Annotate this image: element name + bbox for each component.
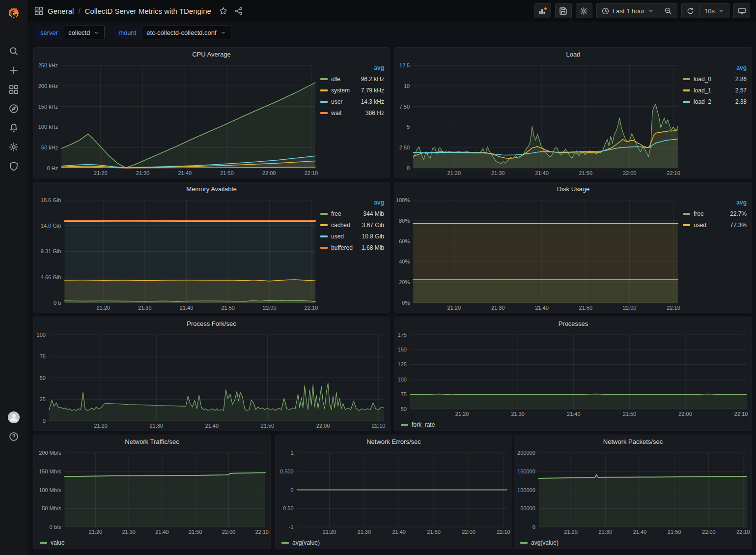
panel-title[interactable]: Processes — [559, 320, 588, 327]
sidebar-item-alerting[interactable] — [0, 118, 28, 137]
svg-text:21:50: 21:50 — [189, 529, 202, 535]
legend-series-label[interactable]: idle — [331, 76, 340, 83]
chart-canvas-network-traffic[interactable]: 21:2021:3021:4021:5022:0022:100 b/s50 Mb… — [34, 448, 270, 537]
sidebar-item-explore[interactable] — [0, 99, 28, 118]
panel-title[interactable]: Process Fork/sec — [187, 320, 236, 327]
chart-canvas-disk-usage[interactable]: 21:2021:3021:4021:5022:0022:100%20%40%60… — [395, 195, 683, 313]
legend-series-label[interactable]: load_2 — [694, 98, 711, 105]
legend-series-label[interactable]: load_0 — [694, 76, 711, 83]
variable-mount-value[interactable]: etc-collectd-collectd.conf — [141, 26, 231, 39]
panel-process-fork: Process Fork/sec21:2021:3021:4021:5022:0… — [33, 317, 390, 431]
chart-canvas-processes[interactable]: 21:2021:3021:4021:5022:0022:105075100125… — [395, 330, 752, 419]
sidebar-item-dashboards[interactable] — [0, 80, 28, 99]
legend-series-label[interactable]: wait — [331, 110, 341, 117]
panel-header: CPU Average — [34, 48, 389, 60]
legend-item: load_12.57 — [683, 85, 747, 96]
legend: avgload_02.86load_12.57load_22.38 — [683, 60, 752, 178]
legend-series-label[interactable]: avg(value) — [531, 539, 559, 546]
panel-header: Network Packets/sec — [514, 435, 752, 448]
zoom-out-button[interactable] — [659, 4, 677, 18]
legend-series-avg-value: 2.38 — [735, 98, 747, 105]
panel-title[interactable]: Network Traffic/sec — [125, 438, 179, 445]
svg-text:22:10: 22:10 — [667, 305, 680, 311]
time-range-button[interactable]: Last 1 hour — [597, 4, 659, 18]
chart-plot-area[interactable]: 21:2021:3021:4021:5022:0022:100%20%40%60… — [395, 195, 683, 313]
sidebar-item-configuration[interactable] — [0, 137, 28, 156]
legend-series-label[interactable]: load_1 — [694, 87, 711, 94]
panel-title[interactable]: CPU Average — [192, 51, 231, 58]
chart-canvas-network-packets[interactable]: 21:2021:3021:4021:5022:0022:100500001000… — [514, 448, 752, 537]
legend-series-label[interactable]: free — [331, 210, 341, 217]
dashboard-settings-button[interactable] — [576, 3, 592, 18]
svg-text:21:40: 21:40 — [535, 305, 549, 311]
legend: avgfree22.7%used77.3% — [683, 195, 752, 313]
sidebar-item-server-admin[interactable] — [0, 156, 28, 175]
breadcrumb-folder[interactable]: General — [48, 7, 74, 15]
chart-plot-area[interactable]: 21:2021:3021:4021:5022:0022:10-1-0.5000.… — [276, 448, 512, 537]
chart-plot-area[interactable]: 21:2021:3021:4021:5022:0022:100500001000… — [514, 448, 752, 537]
legend-series-label[interactable]: user — [331, 98, 342, 105]
chart-canvas-memory-available[interactable]: 21:2021:3021:4021:5022:0022:100 b4.66 Gi… — [34, 195, 320, 313]
share-button[interactable] — [234, 7, 243, 15]
plus-icon — [9, 65, 19, 75]
chart-canvas-process-fork[interactable]: 21:2021:3021:4021:5022:0022:100255075100 — [34, 330, 389, 431]
tv-mode-button[interactable] — [733, 3, 750, 18]
svg-text:0: 0 — [407, 165, 410, 171]
svg-text:100: 100 — [37, 332, 46, 338]
svg-text:0 b: 0 b — [54, 300, 61, 306]
chart-canvas-load[interactable]: 21:2021:3021:4021:5022:0022:1002.5057.50… — [395, 60, 683, 178]
add-panel-button[interactable] — [534, 3, 551, 18]
svg-text:18.6 Gib: 18.6 Gib — [41, 197, 61, 203]
chart-plot-area[interactable]: 21:2021:3021:4021:5022:0022:100255075100 — [34, 330, 389, 431]
chart-plot-area[interactable]: 21:2021:3021:4021:5022:0022:105075100125… — [395, 330, 752, 419]
panel-content: 21:2021:3021:4021:5022:0022:100%20%40%60… — [395, 195, 752, 313]
sidebar-item-help[interactable] — [0, 427, 28, 446]
chart-plot-area[interactable]: 21:2021:3021:4021:5022:0022:100 Hz50 kHz… — [34, 60, 320, 178]
chart-canvas-network-errors[interactable]: 21:2021:3021:4021:5022:0022:10-1-0.5000.… — [276, 448, 512, 537]
sidebar-item-profile[interactable] — [0, 408, 28, 427]
svg-text:21:50: 21:50 — [261, 423, 275, 429]
svg-text:50 kHz: 50 kHz — [41, 145, 58, 150]
svg-text:22:00: 22:00 — [623, 170, 637, 176]
legend-series-label[interactable]: used — [694, 222, 706, 229]
svg-text:50000: 50000 — [520, 505, 535, 511]
legend-series-label[interactable]: avg(value) — [292, 539, 320, 546]
svg-text:21:20: 21:20 — [455, 411, 469, 417]
variable-server-value[interactable]: collectd — [63, 26, 105, 39]
panel-title[interactable]: Load — [566, 51, 581, 58]
sidebar-item-create[interactable] — [0, 60, 28, 80]
legend-series-label[interactable]: fork_rate — [412, 421, 435, 428]
series-color-swatch — [281, 542, 289, 544]
legend-series-label[interactable]: system — [331, 87, 350, 94]
grafana-logo[interactable] — [0, 0, 28, 28]
panel-title[interactable]: Memory Available — [186, 185, 236, 193]
legend-series-label[interactable]: free — [694, 210, 704, 217]
svg-text:100: 100 — [398, 377, 407, 382]
svg-text:0 Hz: 0 Hz — [47, 165, 58, 171]
panel-title[interactable]: Disk Usage — [557, 185, 589, 193]
grafana-app: General / CollectD Server Metrics with T… — [0, 0, 756, 555]
legend-series-label[interactable]: cached — [331, 222, 350, 229]
panel-header: Network Errors/sec — [276, 435, 512, 448]
dashboard-toolbar: Last 1 hour 10s — [534, 3, 750, 18]
breadcrumb: General / CollectD Server Metrics with T… — [34, 6, 211, 15]
refresh-interval-button[interactable]: 10s — [699, 4, 729, 18]
legend-avg-header: avg — [320, 199, 384, 208]
svg-text:0 b/s: 0 b/s — [50, 524, 61, 530]
sidebar-menu — [0, 41, 28, 175]
svg-text:21:40: 21:40 — [535, 170, 549, 176]
legend-series-label[interactable]: used — [331, 233, 344, 240]
legend-series-label[interactable]: value — [51, 539, 65, 546]
chart-canvas-cpu-average[interactable]: 21:2021:3021:4021:5022:0022:100 Hz50 kHz… — [34, 60, 320, 178]
panel-title[interactable]: Network Errors/sec — [366, 438, 421, 445]
sidebar-item-search[interactable] — [0, 41, 28, 60]
save-dashboard-button[interactable] — [555, 3, 572, 18]
refresh-button[interactable] — [682, 4, 699, 18]
chart-plot-area[interactable]: 21:2021:3021:4021:5022:0022:100 b/s50 Mb… — [34, 448, 270, 537]
legend-series-label[interactable]: buffered — [331, 244, 353, 251]
chart-plot-area[interactable]: 21:2021:3021:4021:5022:0022:100 b4.66 Gi… — [34, 195, 320, 313]
chart-plot-area[interactable]: 21:2021:3021:4021:5022:0022:1002.5057.50… — [395, 60, 683, 178]
panel-network-traffic: Network Traffic/sec21:2021:3021:4021:502… — [33, 435, 271, 549]
panel-title[interactable]: Network Packets/sec — [603, 438, 663, 445]
star-button[interactable] — [219, 7, 227, 15]
